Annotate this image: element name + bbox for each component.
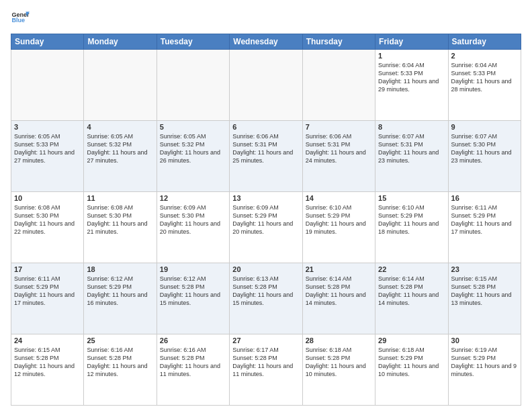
day-info: Sunrise: 6:05 AM Sunset: 5:32 PM Dayligh… bbox=[160, 132, 226, 165]
calendar-cell: 2Sunrise: 6:04 AM Sunset: 5:33 PM Daylig… bbox=[448, 50, 521, 121]
week-row-2: 3Sunrise: 6:05 AM Sunset: 5:33 PM Daylig… bbox=[11, 121, 521, 192]
calendar: SundayMondayTuesdayWednesdayThursdayFrid… bbox=[11, 34, 521, 406]
day-number: 17 bbox=[14, 265, 81, 273]
day-info: Sunrise: 6:15 AM Sunset: 5:28 PM Dayligh… bbox=[451, 275, 518, 308]
weekday-header-tuesday: Tuesday bbox=[157, 34, 229, 50]
day-number: 12 bbox=[160, 194, 226, 202]
day-info: Sunrise: 6:19 AM Sunset: 5:29 PM Dayligh… bbox=[451, 346, 518, 379]
weekday-header-friday: Friday bbox=[375, 34, 448, 50]
week-row-3: 10Sunrise: 6:08 AM Sunset: 5:30 PM Dayli… bbox=[11, 192, 521, 263]
page: General Blue SundayMondayTuesdayWednesda… bbox=[0, 0, 532, 411]
calendar-cell bbox=[302, 50, 375, 121]
day-number: 30 bbox=[451, 336, 518, 345]
calendar-cell: 20Sunrise: 6:13 AM Sunset: 5:28 PM Dayli… bbox=[230, 263, 302, 334]
calendar-cell bbox=[230, 50, 302, 121]
logo: General Blue bbox=[11, 8, 30, 28]
day-number: 29 bbox=[378, 336, 445, 345]
day-info: Sunrise: 6:11 AM Sunset: 5:29 PM Dayligh… bbox=[14, 275, 81, 308]
day-number: 7 bbox=[306, 123, 372, 131]
day-number: 5 bbox=[160, 123, 226, 131]
day-number: 21 bbox=[306, 265, 372, 273]
weekday-header-sunday: Sunday bbox=[11, 34, 84, 50]
day-info: Sunrise: 6:06 AM Sunset: 5:31 PM Dayligh… bbox=[306, 132, 372, 165]
day-info: Sunrise: 6:05 AM Sunset: 5:32 PM Dayligh… bbox=[87, 132, 153, 165]
calendar-cell bbox=[84, 50, 157, 121]
calendar-cell: 21Sunrise: 6:14 AM Sunset: 5:28 PM Dayli… bbox=[302, 263, 375, 334]
calendar-cell: 7Sunrise: 6:06 AM Sunset: 5:31 PM Daylig… bbox=[302, 121, 375, 192]
day-info: Sunrise: 6:10 AM Sunset: 5:29 PM Dayligh… bbox=[378, 203, 445, 236]
day-info: Sunrise: 6:07 AM Sunset: 5:30 PM Dayligh… bbox=[451, 132, 518, 165]
calendar-cell: 12Sunrise: 6:09 AM Sunset: 5:30 PM Dayli… bbox=[157, 192, 229, 263]
calendar-cell: 19Sunrise: 6:12 AM Sunset: 5:28 PM Dayli… bbox=[157, 263, 229, 334]
day-info: Sunrise: 6:04 AM Sunset: 5:33 PM Dayligh… bbox=[378, 61, 445, 94]
calendar-cell: 25Sunrise: 6:16 AM Sunset: 5:28 PM Dayli… bbox=[84, 334, 157, 406]
day-info: Sunrise: 6:10 AM Sunset: 5:29 PM Dayligh… bbox=[306, 203, 372, 236]
calendar-cell: 4Sunrise: 6:05 AM Sunset: 5:32 PM Daylig… bbox=[84, 121, 157, 192]
calendar-cell: 28Sunrise: 6:18 AM Sunset: 5:28 PM Dayli… bbox=[302, 334, 375, 406]
week-row-1: 1Sunrise: 6:04 AM Sunset: 5:33 PM Daylig… bbox=[11, 50, 521, 121]
calendar-cell: 24Sunrise: 6:15 AM Sunset: 5:28 PM Dayli… bbox=[11, 334, 84, 406]
day-info: Sunrise: 6:16 AM Sunset: 5:28 PM Dayligh… bbox=[160, 346, 226, 379]
day-number: 27 bbox=[232, 336, 299, 345]
weekday-header-wednesday: Wednesday bbox=[230, 34, 302, 50]
day-number: 8 bbox=[378, 123, 445, 131]
day-info: Sunrise: 6:12 AM Sunset: 5:29 PM Dayligh… bbox=[87, 275, 153, 308]
day-info: Sunrise: 6:07 AM Sunset: 5:31 PM Dayligh… bbox=[378, 132, 445, 165]
day-number: 24 bbox=[14, 336, 81, 345]
day-info: Sunrise: 6:04 AM Sunset: 5:33 PM Dayligh… bbox=[451, 61, 518, 94]
calendar-cell: 15Sunrise: 6:10 AM Sunset: 5:29 PM Dayli… bbox=[375, 192, 448, 263]
day-info: Sunrise: 6:13 AM Sunset: 5:28 PM Dayligh… bbox=[232, 275, 299, 308]
calendar-cell: 13Sunrise: 6:09 AM Sunset: 5:29 PM Dayli… bbox=[230, 192, 302, 263]
day-number: 22 bbox=[378, 265, 445, 273]
day-number: 28 bbox=[306, 336, 372, 345]
day-number: 3 bbox=[14, 123, 81, 131]
day-info: Sunrise: 6:17 AM Sunset: 5:28 PM Dayligh… bbox=[232, 346, 299, 379]
day-info: Sunrise: 6:05 AM Sunset: 5:33 PM Dayligh… bbox=[14, 132, 81, 165]
day-number: 4 bbox=[87, 123, 153, 131]
header: General Blue bbox=[11, 8, 521, 28]
calendar-cell: 29Sunrise: 6:18 AM Sunset: 5:29 PM Dayli… bbox=[375, 334, 448, 406]
day-info: Sunrise: 6:08 AM Sunset: 5:30 PM Dayligh… bbox=[14, 203, 81, 236]
calendar-cell: 14Sunrise: 6:10 AM Sunset: 5:29 PM Dayli… bbox=[302, 192, 375, 263]
weekday-header-thursday: Thursday bbox=[302, 34, 375, 50]
day-number: 18 bbox=[87, 265, 153, 273]
calendar-cell bbox=[11, 50, 84, 121]
day-number: 11 bbox=[87, 194, 153, 202]
day-info: Sunrise: 6:09 AM Sunset: 5:30 PM Dayligh… bbox=[160, 203, 226, 236]
week-row-5: 24Sunrise: 6:15 AM Sunset: 5:28 PM Dayli… bbox=[11, 334, 521, 406]
calendar-cell: 8Sunrise: 6:07 AM Sunset: 5:31 PM Daylig… bbox=[375, 121, 448, 192]
day-info: Sunrise: 6:14 AM Sunset: 5:28 PM Dayligh… bbox=[378, 275, 445, 308]
day-info: Sunrise: 6:12 AM Sunset: 5:28 PM Dayligh… bbox=[160, 275, 226, 308]
calendar-cell: 9Sunrise: 6:07 AM Sunset: 5:30 PM Daylig… bbox=[448, 121, 521, 192]
day-info: Sunrise: 6:15 AM Sunset: 5:28 PM Dayligh… bbox=[14, 346, 81, 379]
calendar-cell: 16Sunrise: 6:11 AM Sunset: 5:29 PM Dayli… bbox=[448, 192, 521, 263]
calendar-cell: 30Sunrise: 6:19 AM Sunset: 5:29 PM Dayli… bbox=[448, 334, 521, 406]
day-info: Sunrise: 6:14 AM Sunset: 5:28 PM Dayligh… bbox=[306, 275, 372, 308]
day-info: Sunrise: 6:06 AM Sunset: 5:31 PM Dayligh… bbox=[232, 132, 299, 165]
day-info: Sunrise: 6:08 AM Sunset: 5:30 PM Dayligh… bbox=[87, 203, 153, 236]
day-number: 25 bbox=[87, 336, 153, 345]
calendar-cell: 18Sunrise: 6:12 AM Sunset: 5:29 PM Dayli… bbox=[84, 263, 157, 334]
day-number: 10 bbox=[14, 194, 81, 202]
day-info: Sunrise: 6:18 AM Sunset: 5:29 PM Dayligh… bbox=[378, 346, 445, 379]
svg-text:Blue: Blue bbox=[11, 17, 25, 24]
calendar-cell: 27Sunrise: 6:17 AM Sunset: 5:28 PM Dayli… bbox=[230, 334, 302, 406]
calendar-cell: 11Sunrise: 6:08 AM Sunset: 5:30 PM Dayli… bbox=[84, 192, 157, 263]
day-number: 15 bbox=[378, 194, 445, 202]
day-number: 20 bbox=[232, 265, 299, 273]
calendar-cell: 23Sunrise: 6:15 AM Sunset: 5:28 PM Dayli… bbox=[448, 263, 521, 334]
weekday-header-row: SundayMondayTuesdayWednesdayThursdayFrid… bbox=[11, 34, 521, 50]
day-number: 13 bbox=[232, 194, 299, 202]
day-number: 6 bbox=[232, 123, 299, 131]
day-info: Sunrise: 6:16 AM Sunset: 5:28 PM Dayligh… bbox=[87, 346, 153, 379]
calendar-cell: 5Sunrise: 6:05 AM Sunset: 5:32 PM Daylig… bbox=[157, 121, 229, 192]
day-number: 26 bbox=[160, 336, 226, 345]
week-row-4: 17Sunrise: 6:11 AM Sunset: 5:29 PM Dayli… bbox=[11, 263, 521, 334]
calendar-cell: 17Sunrise: 6:11 AM Sunset: 5:29 PM Dayli… bbox=[11, 263, 84, 334]
weekday-header-saturday: Saturday bbox=[448, 34, 521, 50]
logo-icon: General Blue bbox=[11, 8, 30, 27]
calendar-cell: 10Sunrise: 6:08 AM Sunset: 5:30 PM Dayli… bbox=[11, 192, 84, 263]
calendar-cell: 22Sunrise: 6:14 AM Sunset: 5:28 PM Dayli… bbox=[375, 263, 448, 334]
day-number: 16 bbox=[451, 194, 518, 202]
day-number: 1 bbox=[378, 52, 445, 60]
